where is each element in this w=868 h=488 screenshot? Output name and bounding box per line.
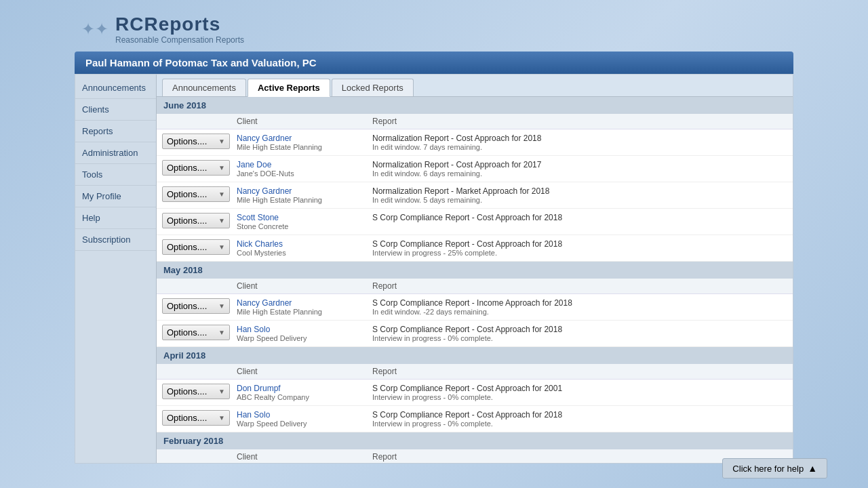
chevron-up-icon: ▲: [808, 463, 817, 474]
options-button[interactable]: Options.... ▼: [162, 134, 230, 149]
content-area: Announcements Active Reports Locked Repo…: [157, 75, 793, 463]
sidebar-item-clients[interactable]: Clients: [75, 99, 156, 121]
options-button[interactable]: Options.... ▼: [162, 186, 230, 202]
sidebar: Announcements Clients Reports Administra…: [75, 75, 157, 463]
report-title: Normalization Report - Cost Approach for…: [372, 134, 787, 143]
dropdown-arrow-icon: ▼: [218, 414, 225, 422]
report-status: Interview in progress - 25% complete.: [372, 249, 787, 257]
options-label: Options....: [167, 327, 207, 338]
report-title: S Corp Compliance Report - Cost Approach…: [372, 213, 787, 222]
client-company: Mile High Estate Planning: [237, 196, 372, 204]
options-button[interactable]: Options.... ▼: [162, 298, 230, 314]
main-layout: Announcements Clients Reports Administra…: [75, 74, 793, 464]
table-row: Options.... ▼ Scott Stone Stone Concrete…: [157, 209, 793, 235]
sidebar-item-announcements[interactable]: Announcements: [75, 77, 156, 99]
options-button[interactable]: Options.... ▼: [162, 160, 230, 176]
options-label: Options....: [167, 413, 207, 423]
dropdown-arrow-icon: ▼: [218, 164, 225, 171]
client-name-link[interactable]: Han Solo: [237, 410, 372, 420]
client-name-link[interactable]: Nancy Gardner: [237, 186, 372, 196]
sidebar-item-tools[interactable]: Tools: [75, 164, 156, 186]
client-company: Mile High Estate Planning: [237, 308, 372, 316]
table-header-february-2018: Client Report: [157, 449, 793, 463]
options-button[interactable]: Options.... ▼: [162, 239, 230, 255]
client-name-link[interactable]: Han Solo: [237, 325, 372, 334]
client-company: Stone Concrete: [237, 222, 372, 230]
section-header-february-2018: February 2018: [157, 432, 793, 449]
report-status: Interview in progress - 0% complete.: [372, 334, 787, 342]
report-title: Normalization Report - Market Approach f…: [372, 186, 787, 196]
report-status: Interview in progress - 0% complete.: [372, 420, 787, 428]
tab-announcements[interactable]: Announcements: [162, 79, 246, 96]
table-row: Options.... ▼ Nancy Gardner Mile High Es…: [157, 129, 793, 156]
report-status: In edit window. 5 days remaining.: [372, 196, 787, 204]
report-title: S Corp Compliance Report - Income Approa…: [372, 298, 787, 308]
table-row: Options.... ▼ Nick Charles Cool Mysterie…: [157, 235, 793, 262]
sidebar-item-reports[interactable]: Reports: [75, 121, 156, 142]
options-button[interactable]: Options.... ▼: [162, 384, 230, 399]
table-row: Options.... ▼ Han Solo Warp Speed Delive…: [157, 406, 793, 432]
client-name-link[interactable]: Nick Charles: [237, 239, 372, 249]
options-label: Options....: [167, 189, 207, 199]
report-title: S Corp Compliance Report - Cost Approach…: [372, 410, 787, 420]
table-row: Options.... ▼ Nancy Gardner Mile High Es…: [157, 182, 793, 209]
col-header-report: Report: [372, 367, 787, 376]
tabs-bar: Announcements Active Reports Locked Repo…: [157, 75, 793, 97]
client-name-link[interactable]: Nancy Gardner: [237, 298, 372, 308]
app-header: ✦✦ RCReports Reasonable Compensation Rep…: [75, 7, 793, 52]
section-header-june-2018: June 2018: [157, 97, 793, 114]
table-row: Options.... ▼ Han Solo Warp Speed Delive…: [157, 321, 793, 347]
tab-active-reports[interactable]: Active Reports: [248, 79, 330, 97]
client-company: Jane's DOE-Nuts: [237, 169, 372, 178]
dropdown-arrow-icon: ▼: [218, 329, 225, 336]
app-subtitle: Reasonable Compensation Reports: [115, 35, 244, 45]
report-title: Normalization Report - Cost Approach for…: [372, 160, 787, 169]
col-header-client: Client: [237, 452, 372, 462]
dropdown-arrow-icon: ▼: [218, 138, 225, 145]
client-name-link[interactable]: Jane Doe: [237, 160, 372, 169]
options-button[interactable]: Options.... ▼: [162, 213, 230, 228]
report-title: S Corp Compliance Report - Cost Approach…: [372, 325, 787, 334]
section-header-april-2018: April 2018: [157, 347, 793, 364]
help-button[interactable]: Click here for help ▲: [722, 458, 827, 479]
options-button[interactable]: Options.... ▼: [162, 325, 230, 340]
options-button[interactable]: Options.... ▼: [162, 410, 230, 426]
client-company: ABC Realty Company: [237, 393, 372, 401]
table-header-april-2018: Client Report: [157, 364, 793, 380]
client-company: Warp Speed Delivery: [237, 420, 372, 428]
col-header-client: Client: [237, 281, 372, 291]
sidebar-item-help[interactable]: Help: [75, 207, 156, 229]
reports-area: June 2018 Client Report Options.... ▼ Na…: [157, 97, 793, 463]
dropdown-arrow-icon: ▼: [218, 302, 225, 310]
report-title: S Corp Compliance Report - Cost Approach…: [372, 384, 787, 393]
client-name-link[interactable]: Nancy Gardner: [237, 134, 372, 143]
report-title: S Corp Compliance Report - Cost Approach…: [372, 239, 787, 249]
client-name-link[interactable]: Don Drumpf: [237, 384, 372, 393]
dropdown-arrow-icon: ▼: [218, 217, 225, 224]
col-header-report: Report: [372, 117, 787, 126]
col-header-options: [162, 281, 237, 291]
tab-locked-reports[interactable]: Locked Reports: [332, 79, 414, 96]
user-header-bar: Paul Hamann of Potomac Tax and Valuation…: [75, 52, 793, 74]
dropdown-arrow-icon: ▼: [218, 190, 225, 198]
options-label: Options....: [167, 163, 207, 173]
col-header-options: [162, 452, 237, 462]
client-company: Mile High Estate Planning: [237, 143, 372, 151]
options-label: Options....: [167, 216, 207, 226]
dropdown-arrow-icon: ▼: [218, 243, 225, 251]
col-header-report: Report: [372, 281, 787, 291]
sidebar-item-subscription[interactable]: Subscription: [75, 229, 156, 251]
sidebar-item-my-profile[interactable]: My Profile: [75, 186, 156, 207]
table-row: Options.... ▼ Don Drumpf ABC Realty Comp…: [157, 380, 793, 406]
section-header-may-2018: May 2018: [157, 262, 793, 279]
table-header-may-2018: Client Report: [157, 279, 793, 294]
options-label: Options....: [167, 136, 207, 146]
report-status: In edit window. 6 days remaining.: [372, 169, 787, 178]
help-button-label: Click here for help: [732, 464, 804, 474]
col-header-options: [162, 117, 237, 126]
report-status: Interview in progress - 0% complete.: [372, 393, 787, 401]
options-label: Options....: [167, 301, 207, 311]
client-name-link[interactable]: Scott Stone: [237, 213, 372, 222]
col-header-client: Client: [237, 117, 372, 126]
sidebar-item-administration[interactable]: Administration: [75, 142, 156, 164]
